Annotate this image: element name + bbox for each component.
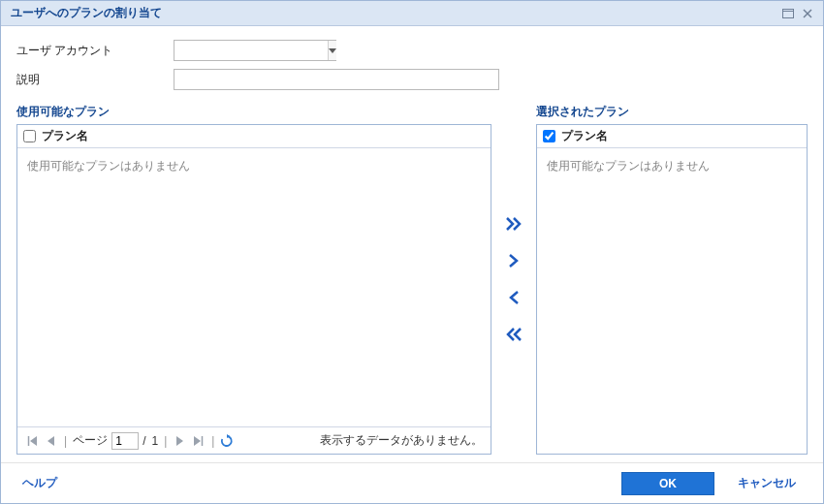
svg-marker-4 bbox=[329, 48, 336, 53]
move-all-left-icon[interactable] bbox=[503, 324, 524, 345]
description-input[interactable] bbox=[174, 69, 499, 90]
cancel-button[interactable]: キャンセル bbox=[732, 474, 802, 492]
pager-total-sep: / bbox=[143, 434, 145, 448]
available-plans-grid: プラン名 使用可能なプランはありません | ページ bbox=[16, 124, 491, 455]
available-column-plan-name[interactable]: プラン名 bbox=[42, 128, 88, 144]
svg-marker-9 bbox=[194, 436, 201, 446]
svg-marker-8 bbox=[176, 436, 183, 446]
pager-page-label: ページ bbox=[73, 432, 108, 449]
selected-header-checkbox[interactable] bbox=[543, 130, 555, 142]
selected-plans-title: 選択されたプラン bbox=[536, 104, 808, 120]
available-grid-body: 使用可能なプランはありません bbox=[17, 148, 491, 426]
window-title: ユーザへのプランの割り当て bbox=[11, 5, 776, 21]
available-grid-header: プラン名 bbox=[17, 125, 491, 148]
pager-prev-icon[interactable] bbox=[43, 432, 60, 450]
help-link[interactable]: ヘルプ bbox=[22, 475, 57, 491]
selected-grid-header: プラン名 bbox=[537, 125, 807, 148]
pager-first-icon[interactable] bbox=[23, 432, 41, 450]
dialog-body: ユーザ アカウント 説明 使用可能なプラン プラン名 bbox=[1, 26, 823, 462]
pager-next-icon[interactable] bbox=[171, 432, 188, 450]
pager-sep-1: | bbox=[64, 434, 67, 448]
svg-marker-7 bbox=[48, 436, 54, 446]
user-account-label: ユーザ アカウント bbox=[16, 43, 162, 59]
move-left-icon[interactable] bbox=[503, 287, 524, 308]
pager-sep-2: | bbox=[164, 434, 167, 448]
description-label: 説明 bbox=[16, 72, 162, 88]
available-empty-text: 使用可能なプランはありません bbox=[27, 159, 190, 173]
pager-status-text: 表示するデータがありません。 bbox=[320, 432, 483, 449]
dialog-footer: ヘルプ OK キャンセル bbox=[1, 462, 823, 503]
row-description: 説明 bbox=[16, 69, 808, 90]
combo-trigger-icon[interactable] bbox=[328, 41, 336, 60]
pager-refresh-icon[interactable] bbox=[218, 432, 236, 450]
pager-sep-3: | bbox=[211, 434, 214, 448]
pager-total: 1 bbox=[151, 434, 158, 448]
selected-empty-text: 使用可能なプランはありません bbox=[547, 159, 710, 173]
available-pager: | ページ / 1 | | bbox=[17, 426, 491, 454]
move-right-icon[interactable] bbox=[503, 250, 524, 271]
move-buttons-column bbox=[499, 104, 528, 455]
ok-button[interactable]: OK bbox=[621, 472, 714, 495]
available-header-checkbox[interactable] bbox=[23, 130, 36, 142]
user-account-input[interactable] bbox=[174, 41, 328, 60]
dialog-window: ユーザへのプランの割り当て ユーザ アカウント 説明 使用 bbox=[0, 0, 824, 504]
available-plans-panel: 使用可能なプラン プラン名 使用可能なプランはありません bbox=[16, 104, 491, 455]
pager-page-input[interactable] bbox=[111, 432, 139, 450]
maximize-icon[interactable] bbox=[780, 7, 796, 20]
selected-grid-body: 使用可能なプランはありません bbox=[537, 148, 807, 454]
pager-last-icon[interactable] bbox=[190, 432, 207, 450]
user-account-combo[interactable] bbox=[174, 40, 336, 61]
available-plans-title: 使用可能なプラン bbox=[16, 104, 491, 120]
svg-rect-0 bbox=[783, 9, 794, 17]
transfer-area: 使用可能なプラン プラン名 使用可能なプランはありません bbox=[16, 104, 808, 455]
selected-plans-grid: プラン名 使用可能なプランはありません bbox=[536, 124, 808, 455]
svg-marker-6 bbox=[30, 436, 37, 446]
selected-plans-panel: 選択されたプラン プラン名 使用可能なプランはありません bbox=[536, 104, 808, 455]
titlebar: ユーザへのプランの割り当て bbox=[1, 1, 823, 26]
selected-column-plan-name[interactable]: プラン名 bbox=[561, 128, 608, 144]
row-user-account: ユーザ アカウント bbox=[16, 40, 808, 61]
move-all-right-icon[interactable] bbox=[503, 213, 524, 235]
close-icon[interactable] bbox=[800, 7, 815, 20]
